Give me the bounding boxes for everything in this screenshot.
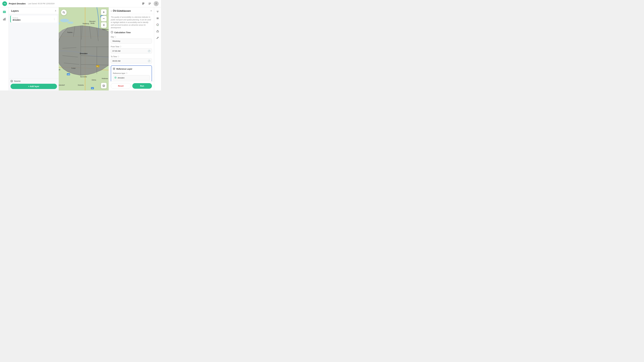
from-time-form-group: From Time ⓘ 07:00 AM 🕐	[111, 46, 152, 54]
svg-point-1	[5, 3, 6, 4]
map-zoom-in-button[interactable]	[101, 9, 106, 15]
reset-button[interactable]: Reset	[111, 83, 131, 89]
svg-text:Ottendorf-: Ottendorf-	[89, 21, 96, 22]
svg-text:119: 119	[67, 74, 70, 75]
left-panel: Layers × Feature dresden ⋮	[9, 7, 59, 90]
svg-line-62	[64, 13, 65, 14]
to-time-form-group: To Time ⓘ 09:00 AM 🕑	[111, 56, 152, 64]
right-panel-footer: Reset Run	[109, 81, 154, 90]
clock-icon	[111, 31, 113, 34]
add-layer-button[interactable]: + Add layer	[10, 84, 57, 89]
map-search-button[interactable]	[61, 10, 66, 15]
svg-point-73	[157, 18, 157, 18]
list-item[interactable]: Feature dresden ⋮	[10, 16, 57, 22]
clock-input-icon: 🕐	[148, 50, 150, 52]
layers-close-button[interactable]: ×	[55, 9, 56, 12]
ref-layer-db-icon	[114, 76, 116, 79]
svg-text:Freital: Freital	[72, 68, 76, 69]
toolbar-filter-icon[interactable]	[155, 9, 160, 15]
toolbar-draw-icon[interactable]	[155, 35, 160, 40]
tab-charts[interactable]	[2, 16, 7, 22]
layers-footer: Source + Add layer	[9, 78, 59, 90]
svg-rect-2	[142, 3, 144, 3]
svg-text:Okrilla: Okrilla	[90, 22, 94, 24]
toolbar-settings-icon[interactable]	[155, 16, 160, 21]
reference-layer-label: Reference layer ⓘ	[113, 72, 150, 74]
map-collapse-button[interactable]	[101, 22, 106, 28]
svg-text:Bannewitz: Bannewitz	[80, 76, 87, 78]
day-help-icon[interactable]: ⓘ	[114, 36, 116, 38]
tab-layers[interactable]	[2, 9, 7, 15]
back-button[interactable]: ‹	[111, 9, 112, 12]
svg-rect-5	[148, 3, 151, 3]
source-row: Source	[10, 80, 57, 82]
svg-point-77	[157, 24, 157, 24]
svg-point-78	[158, 24, 158, 24]
notes-icon[interactable]	[141, 1, 146, 6]
svg-line-83	[156, 38, 157, 39]
svg-point-8	[156, 3, 157, 4]
svg-rect-64	[103, 12, 105, 12]
svg-text:Radeberg: Radeberg	[102, 29, 108, 30]
svg-line-82	[158, 37, 158, 38]
layers-title: Layers	[11, 10, 55, 12]
main-layout: Layers × Feature dresden ⋮	[0, 7, 161, 90]
to-time-label: To Time ⓘ	[111, 56, 152, 58]
map-layers-button[interactable]	[101, 83, 106, 88]
layers-header: Layers ×	[9, 7, 59, 14]
ref-layer-help-icon[interactable]: ⓘ	[126, 72, 128, 74]
menu-lines-icon[interactable]	[147, 1, 152, 6]
svg-rect-9	[3, 11, 6, 12]
svg-rect-14	[5, 18, 6, 20]
svg-point-18	[68, 22, 74, 24]
svg-text:Dohna: Dohna	[92, 79, 96, 81]
day-form-group: Day ⓘ Weekday	[111, 36, 152, 44]
svg-rect-11	[3, 12, 6, 13]
toolbar-palette-icon[interactable]	[155, 22, 160, 28]
map-zoom-out-button[interactable]	[101, 16, 106, 21]
svg-text:Radeburg: Radeburg	[83, 23, 89, 24]
to-time-input[interactable]: 09:00 AM 🕑	[111, 58, 152, 64]
svg-text:Höckendorf: Höckendorf	[59, 84, 65, 86]
svg-text:Heidenau: Heidenau	[102, 78, 108, 79]
right-panel-header: ‹ ÖV-Güteklassen ×	[109, 7, 154, 14]
svg-point-15	[11, 80, 12, 81]
from-time-help-icon[interactable]: ⓘ	[120, 46, 121, 48]
header-actions	[141, 1, 159, 6]
user-avatar[interactable]	[154, 1, 159, 6]
svg-point-17	[60, 19, 69, 22]
layer-menu-icon[interactable]: ⋮	[53, 18, 56, 20]
last-saved: Last Saved: 05:30 PM 12/03/2024	[28, 3, 54, 5]
right-panel: ‹ ÖV-Güteklassen × The quality of access…	[108, 7, 154, 90]
reference-layer-value[interactable]: dresden	[113, 75, 150, 80]
svg-point-79	[157, 25, 158, 26]
svg-text:Dresden: Dresden	[80, 52, 88, 54]
day-label: Day ⓘ	[111, 36, 152, 38]
to-time-help-icon[interactable]: ⓘ	[118, 56, 119, 58]
add-layer-label: + Add layer	[28, 85, 39, 88]
svg-rect-3	[142, 3, 144, 4]
source-label: Source	[14, 80, 20, 82]
svg-rect-13	[4, 18, 5, 20]
svg-text:Tharandt: Tharandt	[59, 69, 60, 70]
svg-point-61	[63, 12, 64, 13]
svg-rect-7	[148, 4, 150, 4]
panel-description: The quality of accessibility is a decisi…	[111, 16, 152, 29]
svg-text:Radebe...: Radebe...	[67, 32, 74, 33]
layer-item-info: Feature dresden	[12, 17, 52, 21]
right-panel-close-button[interactable]: ×	[150, 9, 152, 12]
reference-layer-name: dresden	[118, 77, 124, 79]
right-panel-body: The quality of accessibility is a decisi…	[109, 14, 154, 81]
reference-layer-section: Reference Layer Reference layer ⓘ dresde…	[111, 66, 152, 81]
svg-point-69	[115, 77, 116, 78]
day-input[interactable]: Weekday	[111, 39, 152, 44]
layers-panel: Layers × Feature dresden ⋮	[9, 7, 59, 90]
right-panel-title: ÖV-Güteklassen	[113, 10, 149, 12]
run-button[interactable]: Run	[132, 83, 152, 89]
calculation-time-title: Calculation Time	[114, 31, 131, 34]
svg-point-74	[158, 18, 158, 18]
from-time-input[interactable]: 07:00 AM 🕐	[111, 48, 152, 54]
toolbar-toolbox-icon[interactable]	[155, 28, 160, 34]
svg-rect-6	[148, 4, 151, 4]
svg-text:S...: S...	[97, 66, 99, 67]
